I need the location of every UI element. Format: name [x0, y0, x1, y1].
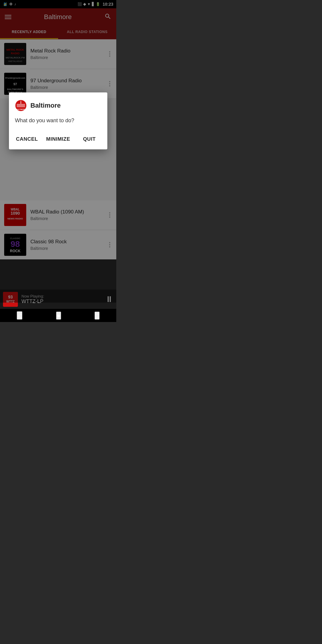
nav-home-button[interactable]: ● — [56, 312, 61, 320]
dialog-overlay — [0, 0, 116, 303]
dialog-body: What do you want to do? — [9, 114, 107, 131]
svg-rect-13 — [17, 105, 25, 106]
svg-text:BALTIMORE: BALTIMORE — [16, 109, 25, 110]
baltimore-radio-icon: BALTIMORE — [15, 100, 27, 112]
svg-point-16 — [21, 103, 21, 104]
dialog-header: BALTIMORE Baltimore — [9, 92, 107, 114]
station-list: METAL ROCK RADIO METALROCK.FM #METALHEAD… — [0, 39, 116, 259]
dialog-actions: CANCEL MINIMIZE QUIT — [9, 131, 107, 149]
nav-bar: ◁ ● □ — [0, 309, 116, 322]
minimize-button[interactable]: MINIMIZE — [43, 132, 74, 146]
nav-recent-button[interactable]: □ — [95, 312, 99, 320]
nav-back-button[interactable]: ◁ — [17, 311, 22, 320]
cancel-button[interactable]: CANCEL — [11, 132, 43, 146]
quit-button[interactable]: QUIT — [74, 132, 105, 146]
dialog-message: What do you want to do? — [15, 117, 101, 124]
dialog-title: Baltimore — [30, 102, 61, 109]
svg-rect-12 — [17, 104, 25, 105]
action-dialog: BALTIMORE Baltimore What do you want to … — [9, 92, 107, 149]
svg-rect-14 — [17, 106, 25, 107]
